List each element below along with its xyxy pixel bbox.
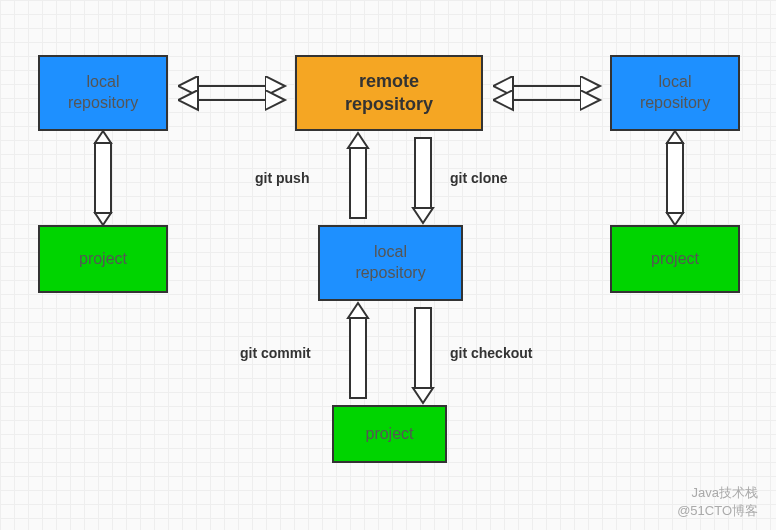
node-label: project — [651, 249, 699, 270]
arrow-remote-local-right — [495, 86, 598, 100]
node-label: project — [365, 424, 413, 445]
watermark: Java技术栈 @51CTO博客 — [677, 484, 758, 520]
watermark-line2: @51CTO博客 — [677, 502, 758, 520]
svg-rect-3 — [415, 138, 431, 208]
node-project-left: project — [38, 225, 168, 293]
edge-label-commit: git commit — [240, 345, 311, 361]
node-local-repo-right: localrepository — [610, 55, 740, 131]
svg-rect-2 — [350, 148, 366, 218]
svg-rect-1 — [667, 143, 683, 213]
svg-rect-5 — [415, 308, 431, 388]
arrow-local-left-remote — [180, 86, 283, 100]
node-label: project — [79, 249, 127, 270]
node-label: localrepository — [355, 242, 425, 284]
node-remote-repo: remoterepository — [295, 55, 483, 131]
edge-label-clone: git clone — [450, 170, 508, 186]
node-label: localrepository — [640, 72, 710, 114]
watermark-line1: Java技术栈 — [677, 484, 758, 502]
node-label: remoterepository — [345, 70, 433, 117]
arrow-local-left-project — [95, 131, 111, 225]
node-local-repo-center: localrepository — [318, 225, 463, 301]
arrow-local-right-project — [667, 131, 683, 225]
svg-rect-0 — [95, 143, 111, 213]
arrow-git-clone — [413, 138, 433, 223]
edge-label-push: git push — [255, 170, 309, 186]
edge-label-checkout: git checkout — [450, 345, 532, 361]
node-project-center: project — [332, 405, 447, 463]
node-label: localrepository — [68, 72, 138, 114]
arrow-git-commit — [348, 303, 368, 398]
arrow-git-push — [348, 133, 368, 218]
svg-rect-4 — [350, 318, 366, 398]
arrow-git-checkout — [413, 308, 433, 403]
node-local-repo-left: localrepository — [38, 55, 168, 131]
node-project-right: project — [610, 225, 740, 293]
